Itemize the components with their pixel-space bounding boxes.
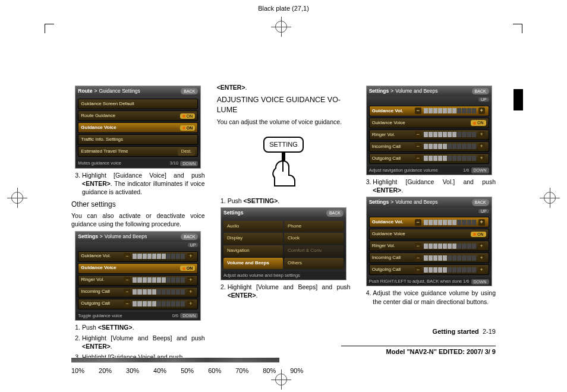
cell-clock[interactable]: Clock: [284, 233, 344, 244]
adjust-list-2: Highlight [Volume and Beeps] and push <E…: [217, 283, 351, 299]
row-route-guidance[interactable]: Route GuidanceON: [78, 110, 198, 121]
hand-icon: [263, 151, 304, 188]
pct-70: 70%: [235, 367, 248, 374]
step-list-4: Adjust the voice guidance volume by usin…: [362, 289, 496, 305]
crumb-guidance-settings: Guidance Settings: [99, 88, 140, 94]
settings-title: Settings: [223, 210, 244, 216]
down-button[interactable]: DOWN: [180, 161, 198, 166]
screenshot-volume-and-beeps-3: Settings > Volume and Beeps BACK UP Guid…: [366, 197, 492, 286]
screenshot-volume-and-beeps-2: Settings > Volume and Beeps BACK UP Guid…: [366, 86, 492, 175]
percent-scale: 10% 20% 30% 40% 50% 60% 70% 80% 90%: [71, 367, 303, 374]
row-outgoing-call[interactable]: Outgoing Call−+: [369, 153, 489, 164]
crumb-settings: Settings: [369, 88, 389, 94]
crumb-volume-beeps: Volume and Beeps: [105, 233, 147, 240]
row-ringer-vol[interactable]: Ringer Vol.−+: [369, 241, 489, 251]
adjust-voice-heading: ADJUSTING VOICE GUIDANCE VO- LUME: [217, 95, 351, 115]
back-button[interactable]: BACK: [472, 88, 489, 94]
row-guidance-voice[interactable]: Guidance VoiceON: [78, 263, 198, 274]
column-3: Settings > Volume and Beeps BACK UP Guid…: [362, 83, 496, 333]
crumb-settings: Settings: [78, 233, 98, 240]
down-button[interactable]: DOWN: [180, 313, 198, 318]
step-list-3: Highlight [Guidance Vol.] and push <ENTE…: [362, 178, 496, 194]
screen-hint: Toggle guidance voice: [78, 313, 122, 319]
screen-hint: Push RIGHT/LEFT to adjust, BACK when don…: [369, 279, 462, 284]
cell-comfort: Comfort & Conv.: [284, 245, 344, 257]
adjust-voice-p: You can adjust the volume of voice guida…: [217, 118, 351, 126]
row-guidance-vol[interactable]: Guidance Vol.−+: [78, 251, 198, 262]
row-estimated-travel-time[interactable]: Estimated Travel TimeDest.: [78, 146, 198, 157]
plus-icon[interactable]: +: [187, 253, 194, 260]
proc-2: Highlight [Volume and Beeps] and push <E…: [82, 334, 205, 350]
other-settings-p: You can also activate or deactivate voic…: [71, 211, 205, 228]
screen-hint: Mutes guidance voice: [78, 160, 121, 166]
crumb-sep: >: [100, 233, 103, 240]
row-outgoing-call[interactable]: Outgoing Call−+: [78, 299, 198, 309]
step-3b: Highlight [Guidance Vol.] and push <ENTE…: [373, 178, 496, 194]
up-button[interactable]: UP: [188, 243, 199, 247]
setting-button-illustration: SETTING: [251, 137, 316, 188]
pct-50: 50%: [181, 367, 194, 374]
back-button[interactable]: BACK: [326, 210, 344, 216]
row-traffic-info-settings[interactable]: Traffic Info. Settings: [78, 134, 198, 145]
back-button[interactable]: BACK: [472, 199, 489, 206]
row-guidance-vol[interactable]: Guidance Vol.−+: [369, 217, 489, 227]
screen-header: Route > Guidance Settings BACK: [75, 86, 200, 96]
registration-mark-right: [542, 190, 557, 206]
up-button[interactable]: UP: [478, 97, 489, 102]
down-button[interactable]: DOWN: [471, 167, 489, 173]
cell-phone[interactable]: Phone: [284, 221, 344, 232]
page-indicator: 0/6: [172, 313, 178, 319]
cell-others[interactable]: Others: [284, 258, 344, 269]
cell-navigation[interactable]: Navigation: [223, 245, 283, 257]
pct-10: 10%: [71, 367, 84, 374]
row-ringer-vol[interactable]: Ringer Vol.−+: [369, 129, 489, 140]
column-1: Route > Guidance Settings BACK Guidance …: [71, 83, 205, 333]
step-list-1: Highlight [Guidance Voice] and push <ENT…: [71, 171, 205, 197]
up-button[interactable]: UP: [478, 209, 489, 213]
row-guidance-voice[interactable]: Guidance VoiceON: [369, 229, 489, 239]
pct-60: 60%: [208, 367, 221, 374]
page-content: Route > Guidance Settings BACK Guidance …: [71, 83, 496, 333]
step-3: Highlight [Guidance Voice] and push <ENT…: [82, 171, 205, 197]
adj-2: Highlight [Volume and Beeps] and push <E…: [228, 283, 351, 299]
crop-mark-tl: [45, 24, 54, 33]
black-plate-label: Black plate (27,1): [258, 5, 309, 12]
cell-audio[interactable]: Audio: [223, 221, 283, 232]
down-button[interactable]: DOWN: [471, 279, 489, 284]
minus-icon[interactable]: −: [124, 253, 130, 260]
model-line: Model "NAV2-N" EDITED: 2007/ 3/ 9: [341, 346, 496, 355]
row-guidance-vol[interactable]: Guidance Vol.−+: [369, 106, 489, 116]
other-settings-heading: Other settings: [71, 200, 205, 209]
cell-volume-beeps[interactable]: Volume and Beeps: [223, 258, 283, 269]
procedure-list: Push <SETTING>. Highlight [Volume and Be…: [71, 323, 205, 362]
registration-mark-top: [273, 19, 289, 34]
pct-80: 80%: [263, 367, 276, 374]
row-incoming-call[interactable]: Incoming Call−+: [78, 287, 198, 298]
page-indicator: 3/10: [170, 160, 179, 166]
adjust-list: Push <SETTING>.: [217, 197, 351, 205]
row-incoming-call[interactable]: Incoming Call−+: [369, 141, 489, 152]
crumb-sep: >: [94, 88, 97, 94]
screen-hint: Adjust audio volume and beep settings: [223, 273, 300, 279]
gradient-bar: [71, 358, 279, 362]
cell-display[interactable]: Display: [223, 233, 283, 244]
registration-mark-left: [10, 190, 25, 206]
row-outgoing-call[interactable]: Outgoing Call−+: [369, 264, 489, 275]
adj-1: Push <SETTING>.: [228, 197, 351, 205]
setting-button: SETTING: [263, 137, 304, 153]
screenshot-route-guidance-settings: Route > Guidance Settings BACK Guidance …: [75, 86, 201, 169]
row-incoming-call[interactable]: Incoming Call−+: [369, 252, 489, 263]
pct-30: 30%: [126, 367, 139, 374]
page-footer: Getting started 2-19: [433, 328, 496, 335]
row-guidance-voice[interactable]: Guidance VoiceON: [369, 118, 489, 128]
screenshot-volume-and-beeps-1: Settings > Volume and Beeps BACK UP Guid…: [75, 231, 201, 321]
row-guidance-voice[interactable]: Guidance VoiceON: [78, 122, 198, 133]
pct-90: 90%: [290, 367, 303, 374]
row-ringer-vol[interactable]: Ringer Vol.−+: [78, 275, 198, 286]
page-indicator: 1/6: [463, 167, 469, 173]
step-4: Adjust the voice guidance volume by usin…: [373, 289, 496, 305]
back-button[interactable]: BACK: [181, 88, 198, 94]
row-guidance-screen-default[interactable]: Guidance Screen Default: [78, 99, 198, 109]
back-button[interactable]: BACK: [181, 233, 198, 240]
crop-mark-tr: [513, 24, 522, 33]
